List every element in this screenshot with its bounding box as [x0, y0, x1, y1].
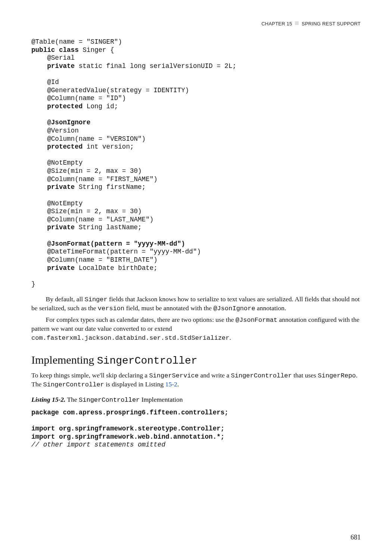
inline-code: SingerRepo [318, 372, 356, 379]
text: field, must be annotated with the [124, 304, 213, 312]
code-line: package com.apress.prospring6.fifteen.co… [31, 409, 228, 416]
text: annotation. [255, 304, 286, 312]
code-annotation: @JsonFormat(pattern = "yyyy-MM-dd") [47, 240, 185, 248]
code-line: @NotEmpty [31, 200, 83, 207]
text: The [65, 396, 79, 403]
code-line: static final long serialVersionUID = 2L; [75, 62, 236, 70]
code-line: @Column(name = "BIRTH_DATE") [31, 256, 158, 264]
code-line: @DateTimeFormat(pattern = "yyyy-MM-dd") [31, 248, 201, 255]
code-indent [31, 143, 47, 150]
inline-code: SingerController [79, 396, 140, 404]
code-line: @Serial [31, 54, 75, 62]
chapter-title: SPRING REST SUPPORT [302, 21, 361, 27]
code-line: @GeneratedValue(strategy = IDENTITY) [31, 87, 189, 94]
page: CHAPTER 15 SPRING REST SUPPORT @Table(na… [0, 0, 392, 560]
code-line: } [31, 280, 35, 288]
section-heading: Implementing SingerController [31, 354, 361, 367]
code-comment: // other import statements omitted [31, 441, 165, 448]
code-line: @Table(name = "SINGER") [31, 38, 122, 46]
code-keyword: private [47, 62, 75, 70]
inline-code: @JsonFormat [236, 317, 277, 324]
code-block-listing: package com.apress.prospring6.fifteen.co… [31, 409, 361, 449]
code-keyword: private [47, 224, 75, 231]
code-line: @Column(name = "FIRST_NAME") [31, 175, 158, 183]
code-keyword: private [47, 183, 75, 191]
inline-code: @JsonIgnore [213, 305, 255, 312]
code-keyword: protected [47, 143, 83, 150]
inline-code: SingerService [149, 372, 199, 379]
inline-code: SingerController [43, 381, 104, 388]
heading-code: SingerController [97, 355, 197, 367]
paragraph: For complex types such as calendar dates… [31, 315, 361, 342]
code-line: @Version [31, 127, 79, 134]
code-indent [31, 224, 47, 231]
code-line: import org.springframework.stereotype.Co… [31, 425, 224, 432]
code-indent [31, 119, 47, 126]
inline-code: version [98, 305, 124, 312]
page-number: 681 [351, 533, 361, 541]
running-header: CHAPTER 15 SPRING REST SUPPORT [261, 21, 361, 27]
chapter-label: CHAPTER 15 [261, 21, 292, 27]
inline-code: SingerController [231, 372, 292, 379]
code-indent [31, 264, 47, 272]
code-indent [31, 103, 47, 110]
body-text: By default, all Singer fields that Jacks… [31, 295, 361, 342]
code-indent [31, 240, 47, 248]
code-line: import org.springframework.web.bind.anno… [31, 433, 224, 441]
code-block-singer-class: @Table(name = "SINGER") public class Sin… [31, 38, 361, 288]
paragraph: To keep things simple, we'll skip declar… [31, 371, 361, 389]
code-line: Singer { [79, 46, 114, 54]
code-indent [31, 183, 47, 191]
text: Implementation [140, 396, 183, 403]
code-keyword: public class [31, 46, 79, 54]
text: By default, all [46, 295, 85, 303]
text: . [177, 380, 179, 388]
inline-code: Singer [85, 296, 108, 303]
code-line: @Id [31, 78, 59, 86]
code-keyword: private [47, 264, 75, 272]
code-line: @NotEmpty [31, 159, 83, 167]
code-line: @Size(min = 2, max = 30) [31, 167, 142, 175]
code-annotation: @JsonIgnore [47, 119, 90, 126]
listing-number: Listing 15-2. [31, 396, 65, 403]
separator-icon [295, 21, 299, 25]
code-line: String firstName; [75, 183, 146, 191]
paragraph: By default, all Singer fields that Jacks… [31, 295, 361, 313]
code-line: LocalDate birthDate; [75, 264, 158, 272]
code-indent [31, 62, 47, 70]
heading-text: Implementing [31, 354, 97, 366]
listing-link[interactable]: 15-2 [165, 380, 177, 388]
text: To keep things simple, we'll skip declar… [31, 371, 149, 379]
text: For complex types such as calendar dates… [46, 316, 236, 323]
code-line: int version; [83, 143, 134, 150]
code-line: @Column(name = "ID") [31, 94, 126, 102]
text: that uses [292, 371, 318, 379]
code-keyword: protected [47, 103, 83, 110]
code-line: @Column(name = "LAST_NAME") [31, 216, 153, 223]
code-line: Long id; [83, 103, 118, 110]
text: is displayed in Listing [104, 380, 165, 388]
code-line: @Size(min = 2, max = 30) [31, 208, 142, 215]
code-line: @Column(name = "VERSION") [31, 135, 146, 143]
text: . [230, 334, 231, 341]
code-line: String lastName; [75, 224, 142, 231]
text: and write a [199, 371, 231, 379]
inline-code: com.fasterxml.jackson.databind.ser.std.S… [31, 335, 230, 342]
listing-caption: Listing 15-2. The SingerController Imple… [31, 396, 361, 404]
